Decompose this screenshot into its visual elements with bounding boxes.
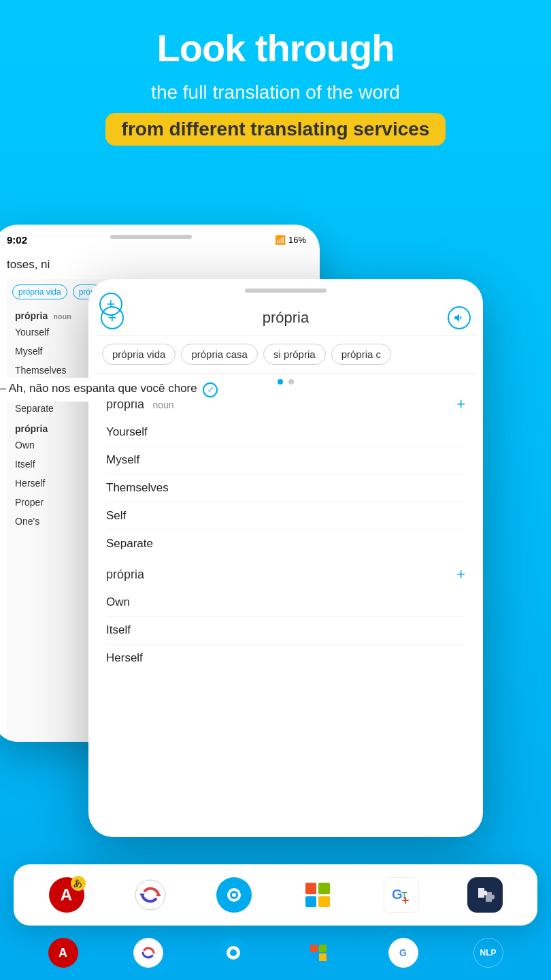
deepl-icon[interactable] bbox=[216, 877, 252, 913]
section-2-plus[interactable]: + bbox=[456, 566, 465, 583]
tag-propria-vida[interactable]: própria vida bbox=[102, 344, 176, 365]
trans-own: Own bbox=[106, 589, 465, 617]
dot-1 bbox=[278, 379, 283, 385]
section-2-word: própria bbox=[106, 568, 144, 581]
front-add-btn-top[interactable]: + bbox=[99, 293, 122, 316]
sub-google[interactable]: G bbox=[388, 938, 418, 968]
section-1-plus[interactable]: + bbox=[456, 395, 465, 413]
trans-themselves: Themselves bbox=[106, 474, 465, 502]
google-translate-icon[interactable]: G T bbox=[384, 877, 419, 913]
dict-section-2-header: própria + bbox=[106, 557, 465, 589]
dict-sound-button[interactable] bbox=[448, 306, 471, 329]
battery-icon: 16% bbox=[288, 235, 306, 245]
chat-line-1: toses, ni bbox=[7, 255, 306, 274]
dict-word: própria bbox=[263, 309, 309, 327]
trans-yourself: Yourself bbox=[106, 419, 465, 446]
sub-microsoft[interactable] bbox=[303, 938, 333, 968]
sub-puzzle[interactable]: NLP bbox=[473, 938, 503, 968]
status-icons: 📶 16% bbox=[275, 235, 306, 245]
front-notch bbox=[245, 289, 327, 293]
dict-section-1: própria noun + Yourself Myself Themselve… bbox=[95, 387, 476, 557]
phone-notch bbox=[110, 235, 192, 239]
dict-tags-row: própria vida própria casa si própria pró… bbox=[95, 336, 476, 374]
page-subtitle: the full translation of the word bbox=[27, 80, 524, 105]
sub-bottom-bar: A G NLP bbox=[0, 926, 551, 980]
sub-deepl[interactable] bbox=[218, 938, 248, 968]
dot-2 bbox=[288, 379, 294, 385]
svg-point-0 bbox=[135, 880, 165, 910]
reverso-icon[interactable] bbox=[133, 877, 168, 913]
sub-anki[interactable]: A bbox=[48, 938, 78, 968]
translate-btn-overlay[interactable]: ⤢ bbox=[203, 382, 218, 397]
sub-reverso[interactable] bbox=[133, 938, 163, 968]
overlay-chat-line: — Ah, não nos espanta que você chore ⤢ bbox=[0, 378, 226, 402]
trans-self: Self bbox=[106, 502, 465, 530]
word-tag-1[interactable]: própria vida bbox=[12, 284, 67, 299]
svg-point-5 bbox=[232, 893, 236, 897]
status-time: 9:02 bbox=[7, 234, 27, 246]
dict-section-2: própria + Own Itself Herself bbox=[95, 557, 476, 672]
trans-herself: Herself bbox=[106, 644, 465, 672]
anki-icon[interactable]: A あ bbox=[49, 877, 84, 913]
header-highlight: from different translating services bbox=[105, 113, 446, 146]
page-title: Look through bbox=[27, 27, 524, 69]
svg-text:T: T bbox=[401, 890, 407, 901]
bottom-app-bar: A あ bbox=[14, 864, 537, 926]
tag-propria-c[interactable]: própria c bbox=[331, 344, 391, 365]
phone-front: + + própria própria vida própria casa si… bbox=[88, 279, 483, 837]
dict-panel: + própria própria vida própria casa si p… bbox=[95, 299, 476, 672]
signal-icon: 📶 bbox=[275, 235, 286, 245]
puzzle-icon[interactable] bbox=[467, 877, 503, 913]
header-section: Look through the full translation of the… bbox=[0, 27, 551, 146]
trans-myself: Myself bbox=[106, 446, 465, 474]
tag-si-propria[interactable]: si própria bbox=[263, 344, 326, 365]
microsoft-icon[interactable] bbox=[300, 877, 335, 913]
tag-propria-casa[interactable]: própria casa bbox=[181, 344, 258, 365]
trans-separate: Separate bbox=[106, 530, 465, 557]
trans-itself: Itself bbox=[106, 617, 465, 644]
